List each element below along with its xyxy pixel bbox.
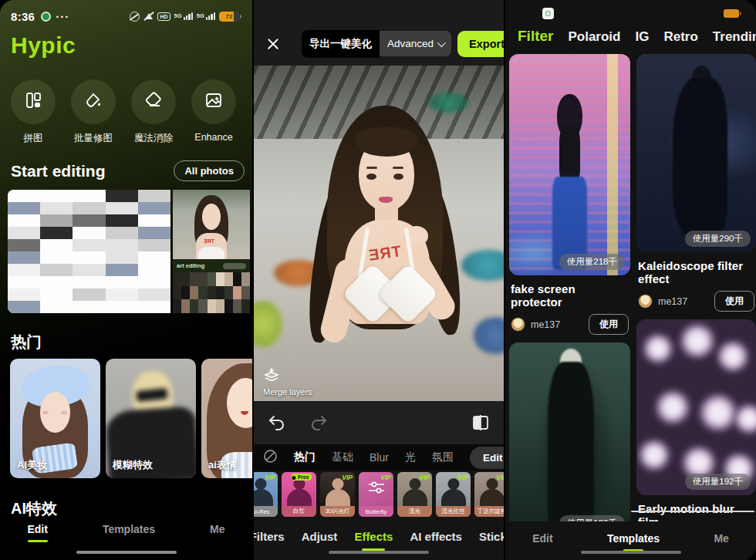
template-preview[interactable]: 使用量186千 [509, 342, 630, 521]
nav-ai-effects[interactable]: AI effects [410, 530, 462, 543]
effect-category-row: 热门 基础 Blur 光 氛围 Edit [254, 444, 504, 471]
template-card-early-motion-blur[interactable]: 使用量192千 Early motion blur film June 使用 [636, 319, 756, 521]
merge-layers-button[interactable]: Merge layers [263, 367, 312, 396]
editing-canvas[interactable]: TRE Merge layers [254, 66, 504, 401]
battery-icon [724, 9, 739, 18]
editor-top-bar: 导出一键美化 Advanced Export [254, 0, 504, 66]
effect-thumbnails-row: VIP Lo-Res Free 白皙 VIP 3D闪光灯 VIP Butterf… [252, 472, 504, 517]
template-title: fake screen protector [511, 282, 629, 309]
tab-ig[interactable]: IG [635, 29, 649, 45]
recent-photos-strip[interactable]: TRE art editing [8, 190, 252, 313]
nav-filters[interactable]: Filters [252, 530, 285, 543]
album-row[interactable]: art editing [173, 259, 250, 272]
tab-me[interactable]: Me [210, 520, 224, 535]
beautify-toggle[interactable]: 导出一键美化 [302, 30, 380, 58]
tool-collage[interactable]: 拼图 [11, 79, 56, 145]
tab-trending[interactable]: Trending [713, 29, 756, 45]
battery-icon: 72 [219, 12, 239, 22]
photo-subject: TRE [254, 66, 504, 401]
home-screen: 8:36 ··· HD 5G 5G 72 Hypic 拼图 批量修图 [0, 0, 252, 560]
template-card-kaleidoscope[interactable]: 使用量290千 Kaleidoscope filter effect me137… [636, 54, 756, 312]
effect-lo-res[interactable]: VIP Lo-Res [252, 472, 278, 517]
close-icon[interactable] [265, 35, 282, 52]
hypic-logo: Hypic [11, 32, 76, 59]
edit-effect-button[interactable]: Edit [470, 447, 505, 469]
home-indicator[interactable] [581, 551, 681, 554]
tab-polaroid[interactable]: Polaroid [568, 29, 620, 45]
none-effect-icon[interactable] [263, 449, 278, 467]
redo-icon[interactable] [309, 414, 328, 431]
category-hot[interactable]: 热门 [294, 450, 316, 464]
tab-me[interactable]: Me [714, 529, 728, 545]
template-preview[interactable]: 使用量192千 [636, 319, 756, 495]
template-card-blue-light-coating[interactable]: 使用量186千 blue light coating / effect [509, 342, 630, 521]
undo-redo-bar [254, 401, 504, 444]
signal-icon-2: 5G [197, 12, 215, 20]
nav-adjust[interactable]: Adjust [302, 530, 338, 543]
template-preview[interactable]: 使用量290千 [636, 54, 756, 252]
category-basic[interactable]: 基础 [332, 450, 353, 464]
home-indicator[interactable] [329, 551, 429, 554]
notification-dots-icon: ··· [56, 10, 69, 23]
data-saver-icon [130, 12, 140, 22]
paint-bucket-icon [83, 90, 103, 113]
divider-line [631, 511, 754, 512]
tool-batch-edit[interactable]: 批量修图 [71, 79, 116, 145]
all-photos-button[interactable]: All photos [174, 160, 245, 181]
hot-card-ai-makeup[interactable]: AI美妆 [10, 359, 100, 478]
editor-screen: 导出一键美化 Advanced Export [252, 0, 505, 560]
author-name[interactable]: me137 [531, 319, 560, 330]
avatar[interactable] [511, 317, 525, 332]
hot-cards-row: AI美妆 模糊特效 ai表情 [10, 359, 252, 478]
category-ambience[interactable]: 氛围 [432, 450, 454, 464]
app-screenshot: 8:36 ··· HD 5G 5G 72 Hypic 拼图 批量修图 [0, 0, 756, 560]
compare-icon[interactable] [471, 414, 490, 431]
effect-butterfly-selected[interactable]: VIP Butterfly [359, 472, 393, 517]
effect-flow-light[interactable]: VIP 流光 [397, 472, 432, 517]
hot-card-blur-effect[interactable]: 模糊特效 [106, 359, 196, 478]
tab-edit[interactable]: Edit [27, 520, 47, 535]
avatar[interactable] [638, 294, 653, 309]
effect-light-streak[interactable]: VIP 流光拉丝 [436, 472, 471, 517]
clock: 8:36 [11, 10, 35, 23]
export-button[interactable]: Export [457, 31, 505, 57]
start-editing-title: Start editing [11, 162, 106, 180]
template-preview[interactable]: 使用量218千 [509, 54, 630, 275]
usage-badge: 使用量186千 [559, 515, 625, 521]
advanced-dropdown[interactable]: Advanced [380, 31, 451, 56]
collage-icon [23, 90, 43, 113]
use-button[interactable]: 使用 [589, 314, 629, 335]
home-indicator[interactable] [76, 551, 177, 554]
tool-enhance[interactable]: Enhance [191, 79, 236, 145]
tab-templates[interactable]: Templates [103, 520, 155, 535]
category-light[interactable]: 光 [405, 450, 416, 464]
tab-filter[interactable]: Filter [518, 28, 553, 45]
undo-icon[interactable] [268, 414, 286, 431]
quick-tools: 拼图 批量修图 魔法消除 Enhance A [11, 79, 252, 145]
portrait-thumbnail[interactable]: TRE [173, 190, 250, 259]
tool-magic-eraser[interactable]: 魔法消除 [131, 79, 176, 145]
photo-thumb-portrait[interactable]: TRE art editing [173, 190, 250, 313]
photo-thumb-document[interactable] [8, 190, 170, 313]
templates-screen: Filter Polaroid IG Retro Trending Wallp … [505, 0, 756, 560]
tab-templates[interactable]: Templates [607, 529, 660, 545]
effect-3d-flash[interactable]: VIP 3D闪光灯 [320, 472, 355, 517]
nav-effects[interactable]: Effects [354, 530, 393, 543]
tab-retro[interactable]: Retro [663, 29, 697, 45]
enhance-icon [204, 90, 224, 113]
author-name[interactable]: me137 [658, 296, 687, 307]
template-category-tabs: Filter Polaroid IG Retro Trending Wallp [518, 28, 756, 45]
effect-tyndall[interactable]: VIP 丁达尔旋焦 [474, 472, 504, 517]
hot-card-ai-expression[interactable]: ai表情 [201, 359, 252, 478]
battery-nub [240, 15, 241, 19]
nav-stickers[interactable]: Stickers [479, 530, 505, 543]
use-button[interactable]: 使用 [714, 291, 754, 312]
effect-whitening[interactable]: Free 白皙 [282, 472, 316, 517]
chevron-down-icon [437, 38, 446, 46]
eraser-icon [143, 90, 164, 113]
category-blur[interactable]: Blur [370, 451, 389, 464]
signal-icon-1: 5G [174, 12, 193, 20]
template-grid: 使用量218千 fake screen protector me137 使用 使… [509, 54, 756, 521]
tab-edit[interactable]: Edit [532, 529, 552, 545]
template-card-fake-screen-protector[interactable]: 使用量218千 fake screen protector me137 使用 [509, 54, 630, 335]
